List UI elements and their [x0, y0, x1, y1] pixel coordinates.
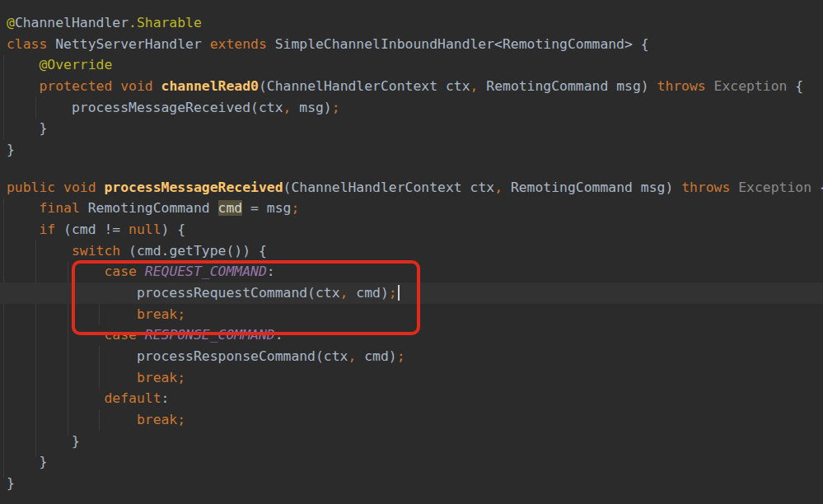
code-line[interactable]: } — [0, 118, 823, 139]
code-editor[interactable]: @ChannelHandler.Sharableclass NettyServe… — [0, 0, 823, 504]
code-token: cmd) — [356, 348, 396, 364]
code-token — [7, 327, 104, 343]
code-line[interactable]: } — [0, 451, 823, 473]
code-line[interactable]: @Override — [0, 54, 823, 76]
code-token: } — [7, 142, 15, 157]
code-line[interactable]: switch (cmd.getType()) { — [0, 240, 823, 262]
code-token: msg) — [291, 100, 331, 115]
code-token: if — [39, 222, 55, 237]
code-token — [7, 370, 137, 385]
code-token: , — [283, 100, 292, 115]
code-token: : — [161, 390, 170, 406]
code-token: throws — [657, 78, 706, 94]
code-token: { — [787, 78, 803, 94]
code-token: ) { — [161, 222, 186, 237]
code-token — [7, 222, 39, 237]
code-token: : — [267, 264, 275, 279]
code-line[interactable]: processMessageReceived(ctx, msg); — [0, 97, 823, 119]
code-token: extends — [210, 36, 267, 52]
code-token — [7, 57, 39, 72]
code-line[interactable]: processRequestCommand(ctx, cmd); — [0, 282, 823, 304]
code-token — [137, 327, 145, 343]
code-line[interactable]: case RESPONSE_COMMAND: — [0, 324, 823, 346]
code-token: } — [7, 475, 15, 491]
code-token: final — [39, 200, 79, 216]
code-token — [7, 390, 104, 406]
code-token: processMessageReceived — [104, 180, 283, 195]
code-token — [112, 78, 120, 94]
code-token — [7, 243, 72, 259]
code-token: throws — [681, 180, 730, 195]
code-token — [7, 78, 39, 94]
code-token — [55, 180, 63, 195]
code-token: case — [104, 264, 136, 279]
code-lines[interactable]: @ChannelHandler.Sharableclass NettyServe… — [0, 0, 823, 504]
code-token: ChannelHandler — [15, 15, 129, 30]
code-token: Exception — [738, 180, 811, 195]
code-token: class — [7, 36, 47, 52]
code-token: case — [104, 327, 136, 343]
code-line[interactable]: final RemotingCommand cmd = msg; — [0, 198, 823, 219]
code-token: RemotingCommand — [80, 200, 218, 216]
code-line[interactable]: if (cmd != null) { — [0, 219, 823, 240]
code-token: REQUEST_COMMAND — [145, 264, 267, 279]
code-token: null — [129, 222, 161, 237]
code-token: cmd — [218, 200, 243, 216]
code-token: Exception — [714, 78, 788, 94]
code-token: } — [7, 120, 47, 136]
code-token: , — [348, 348, 356, 364]
code-token: { — [811, 180, 823, 195]
code-token — [137, 264, 145, 279]
code-line[interactable]: } — [0, 139, 823, 161]
code-token: ; — [291, 200, 299, 216]
code-line[interactable]: break; — [0, 304, 823, 325]
code-token: break — [137, 306, 177, 322]
code-token — [7, 200, 39, 216]
code-token: ; — [177, 370, 185, 385]
code-line[interactable]: protected void channelRead0(ChannelHandl… — [0, 76, 823, 97]
code-token: ; — [397, 348, 405, 364]
code-line[interactable]: default: — [0, 388, 823, 409]
code-token: , — [340, 285, 348, 301]
code-token: (ChannelHandlerContext ctx — [259, 78, 470, 94]
code-token: , — [494, 180, 503, 195]
text-caret — [398, 285, 400, 301]
code-token: switch — [72, 243, 120, 259]
code-token: NettyServerHandler — [47, 36, 209, 52]
code-line[interactable] — [0, 161, 823, 177]
code-token — [730, 180, 738, 195]
code-token: } — [7, 454, 47, 469]
code-token: ; — [177, 412, 185, 427]
code-token — [7, 412, 137, 427]
code-line[interactable]: public void processMessageReceived(Chann… — [0, 177, 823, 198]
code-line[interactable]: class NettyServerHandler extends SimpleC… — [0, 34, 823, 55]
code-token: RemotingCommand msg) — [503, 180, 681, 195]
code-token: cmd) — [348, 285, 388, 301]
code-line[interactable]: processResponseCommand(ctx, cmd); — [0, 346, 823, 367]
code-token: (cmd.getType()) { — [120, 243, 267, 259]
code-token: void — [63, 180, 96, 195]
code-line[interactable]: case REQUEST_COMMAND: — [0, 261, 823, 282]
code-token: RESPONSE_COMMAND — [145, 327, 275, 343]
code-line[interactable]: break; — [0, 367, 823, 389]
code-token — [153, 78, 161, 94]
code-token: (ChannelHandlerContext ctx — [283, 180, 495, 195]
code-token: processRequestCommand(ctx — [7, 285, 340, 301]
code-token: RemotingCommand msg) — [478, 78, 657, 94]
code-token: break — [137, 370, 177, 385]
code-token: @Override — [39, 57, 112, 72]
code-token: ; — [177, 306, 185, 322]
code-line[interactable]: @ChannelHandler.Sharable — [0, 12, 823, 34]
code-token: default — [104, 390, 161, 406]
code-token — [706, 78, 714, 94]
code-line[interactable]: } — [0, 473, 823, 494]
code-line[interactable]: break; — [0, 409, 823, 431]
code-token: void — [120, 78, 152, 94]
code-token — [7, 264, 104, 279]
code-line[interactable]: } — [0, 431, 823, 452]
code-token: } — [7, 433, 80, 449]
code-token: = msg — [242, 200, 291, 216]
code-token: channelRead0 — [161, 78, 259, 94]
code-token: protected — [39, 78, 112, 94]
code-token: processResponseCommand(ctx — [7, 348, 348, 364]
